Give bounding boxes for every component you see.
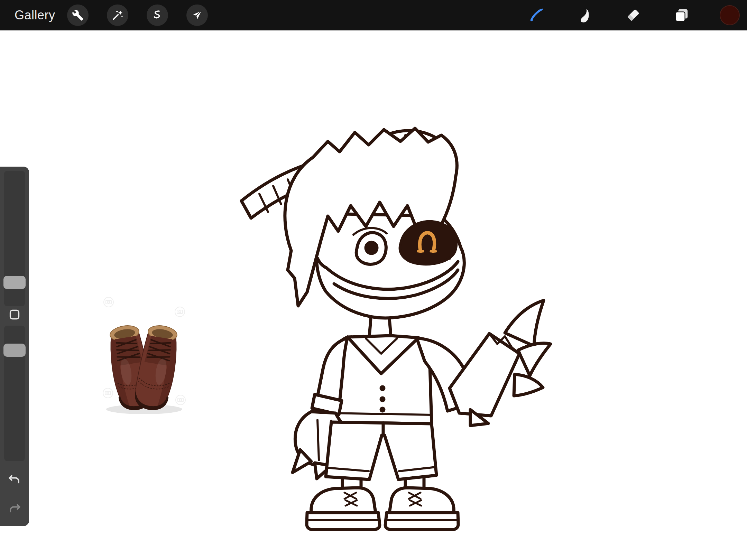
transform-button[interactable] [186, 4, 208, 26]
tool-sidebar [0, 167, 29, 526]
color-swatch-button[interactable] [720, 5, 740, 25]
actions-button[interactable] [67, 4, 89, 26]
square-outline-icon [8, 308, 21, 321]
paint-tool-button[interactable] [526, 5, 547, 26]
undo-arrow-icon [7, 472, 22, 487]
paint-brush-icon [528, 7, 544, 23]
character-line-art [228, 112, 553, 540]
smudge-tool-button[interactable] [574, 5, 595, 26]
transform-arrow-icon [191, 9, 203, 21]
top-toolbar: Gallery [0, 0, 747, 30]
layers-icon [674, 7, 690, 23]
undo-button[interactable] [7, 472, 22, 487]
selection-button[interactable] [147, 4, 168, 26]
redo-button[interactable] [7, 501, 22, 516]
brush-size-slider-handle[interactable] [3, 276, 26, 289]
selection-s-icon [151, 9, 163, 21]
adjustments-button[interactable] [107, 4, 128, 26]
reference-shoes-photo [98, 288, 191, 416]
eraser-tool-button[interactable] [623, 5, 644, 26]
left-tool-group [67, 0, 208, 30]
redo-arrow-icon [7, 501, 22, 516]
right-tool-group [526, 0, 740, 30]
wrench-icon [72, 9, 84, 21]
gallery-button[interactable]: Gallery [12, 0, 57, 30]
modify-button[interactable] [8, 308, 21, 321]
drawing-canvas[interactable] [0, 30, 747, 560]
layers-button[interactable] [671, 5, 692, 26]
opacity-slider-handle[interactable] [3, 344, 26, 357]
magic-wand-icon [112, 9, 123, 21]
eraser-icon [625, 7, 641, 23]
smudge-finger-icon [577, 7, 593, 23]
